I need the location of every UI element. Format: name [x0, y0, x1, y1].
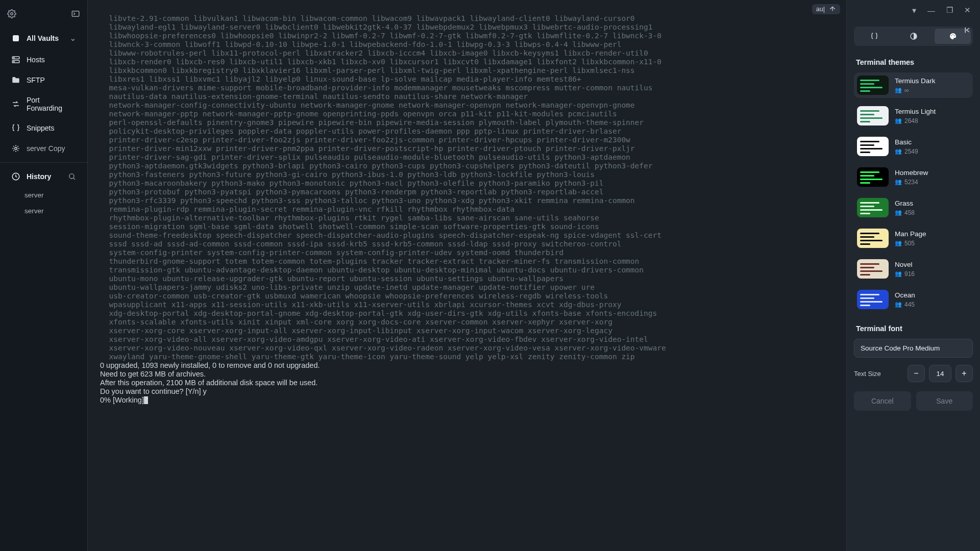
theme-name: Ocean — [895, 291, 915, 299]
chevron-down-icon: ⌄ — [70, 34, 76, 42]
svg-point-7 — [15, 147, 17, 150]
themes-heading: Terminal themes — [856, 58, 971, 66]
svg-rect-2 — [13, 35, 19, 41]
sidebar-item-snippets[interactable]: Snippets — [4, 118, 83, 138]
save-button[interactable]: Save — [916, 391, 973, 411]
vault-icon — [11, 34, 20, 43]
sidebar-item-label: Snippets — [27, 124, 54, 132]
svg-point-13 — [954, 35, 955, 36]
theme-list: Termius Dark👥∞Termius Light👥2648Basic👥25… — [854, 72, 973, 312]
users-icon: 👥 — [895, 240, 902, 246]
minimize-button[interactable]: — — [927, 6, 935, 15]
users-icon: 👥 — [895, 179, 902, 185]
titlebar-dropdown[interactable]: ▾ — [912, 6, 916, 15]
terminal-open-icon[interactable] — [71, 9, 80, 18]
sidebar: All Vaults ⌄ HostsSFTPPort ForwardingSni… — [0, 0, 88, 551]
sidebar-item-label: SFTP — [27, 76, 45, 84]
search-icon[interactable] — [68, 172, 76, 181]
vault-label: All Vaults — [27, 34, 59, 42]
svg-rect-1 — [72, 11, 79, 17]
theme-swatch — [857, 167, 889, 187]
users-icon: 👥 — [895, 117, 902, 124]
theme-termius-dark[interactable]: Termius Dark👥∞ — [854, 72, 973, 98]
panel-collapse-icon[interactable] — [963, 26, 972, 35]
theme-name: Termius Dark — [895, 77, 936, 85]
font-heading: Terminal font — [856, 324, 971, 333]
size-value: 14 — [929, 365, 951, 382]
servercopy-icon — [11, 144, 20, 153]
theme-name: Novel — [895, 261, 915, 268]
sidebar-history[interactable]: History — [4, 167, 83, 186]
sidebar-item-servercopy[interactable]: server Copy — [4, 139, 83, 158]
theme-users: 👥458 — [895, 209, 915, 216]
sftp-icon — [11, 76, 20, 85]
svg-point-5 — [14, 58, 15, 59]
theme-swatch — [857, 198, 889, 217]
hosts-icon — [11, 55, 20, 64]
svg-point-9 — [69, 174, 74, 179]
history-item[interactable]: server — [0, 203, 87, 219]
theme-users: 👥5234 — [895, 179, 928, 186]
terminal-area: au| libvte-2.91-common libvulkan1 libwac… — [88, 0, 846, 551]
maximize-button[interactable]: ❐ — [946, 6, 953, 15]
terminal-tab-chip[interactable]: au| — [812, 4, 840, 14]
theme-users: 👥2549 — [895, 148, 918, 155]
settings-panel: Terminal themes Termius Dark👥∞Termius Li… — [846, 0, 980, 551]
theme-grass[interactable]: Grass👥458 — [854, 195, 973, 220]
window-titlebar: ▾ — ❐ ✕ — [903, 0, 980, 20]
cancel-button[interactable]: Cancel — [854, 391, 911, 411]
theme-users: 👥505 — [895, 240, 926, 247]
theme-ocean[interactable]: Ocean👥445 — [854, 287, 973, 312]
theme-homebrew[interactable]: Homebrew👥5234 — [854, 164, 973, 190]
history-item[interactable]: server — [0, 187, 87, 203]
gear-icon[interactable] — [7, 9, 16, 18]
theme-name: Grass — [895, 199, 915, 207]
theme-termius-light[interactable]: Termius Light👥2648 — [854, 103, 973, 129]
share-icon[interactable] — [829, 6, 836, 13]
theme-name: Termius Light — [895, 108, 936, 115]
users-icon: 👥 — [895, 87, 902, 93]
tab-contrast[interactable] — [895, 29, 932, 44]
users-icon: 👥 — [895, 148, 902, 155]
sidebar-item-portfwd[interactable]: Port Forwarding — [4, 91, 83, 117]
sidebar-item-label: Port Forwarding — [27, 96, 76, 112]
vault-selector[interactable]: All Vaults ⌄ — [4, 29, 83, 48]
size-decrease-button[interactable]: − — [908, 365, 925, 382]
svg-point-6 — [14, 61, 15, 62]
close-button[interactable]: ✕ — [964, 6, 971, 15]
users-icon: 👥 — [895, 209, 902, 216]
theme-users: 👥∞ — [895, 87, 936, 94]
text-size-stepper: − 14 + — [908, 365, 973, 382]
sidebar-item-sftp[interactable]: SFTP — [4, 70, 83, 90]
sidebar-item-hosts[interactable]: Hosts — [4, 50, 83, 69]
theme-users: 👥2648 — [895, 117, 936, 124]
theme-man-page[interactable]: Man Page👥505 — [854, 226, 973, 251]
tab-braces[interactable] — [856, 29, 892, 44]
terminal-output[interactable]: libvte-2.91-common libvulkan1 libwacom-b… — [88, 0, 846, 551]
sidebar-item-label: server Copy — [27, 144, 65, 153]
snippets-icon — [11, 123, 20, 133]
history-icon — [11, 172, 20, 181]
theme-users: 👥916 — [895, 270, 915, 278]
svg-point-11 — [951, 35, 952, 36]
font-select[interactable]: Source Code Pro Medium — [854, 339, 973, 358]
theme-name: Homebrew — [895, 169, 928, 177]
theme-swatch — [857, 229, 889, 248]
theme-swatch — [857, 290, 889, 309]
users-icon: 👥 — [895, 270, 902, 277]
theme-name: Basic — [895, 138, 918, 146]
users-icon: 👥 — [895, 301, 902, 308]
svg-point-12 — [952, 34, 953, 35]
sidebar-divider — [0, 162, 87, 163]
theme-users: 👥445 — [895, 301, 915, 308]
theme-basic[interactable]: Basic👥2549 — [854, 134, 973, 159]
svg-point-0 — [11, 13, 13, 15]
theme-swatch — [857, 76, 889, 95]
size-increase-button[interactable]: + — [955, 365, 973, 382]
chip-text: au| — [816, 6, 825, 13]
text-size-label: Text Size — [854, 370, 881, 378]
theme-novel[interactable]: Novel👥916 — [854, 256, 973, 282]
theme-name: Man Page — [895, 230, 926, 238]
theme-swatch — [857, 106, 889, 126]
theme-swatch — [857, 259, 889, 279]
